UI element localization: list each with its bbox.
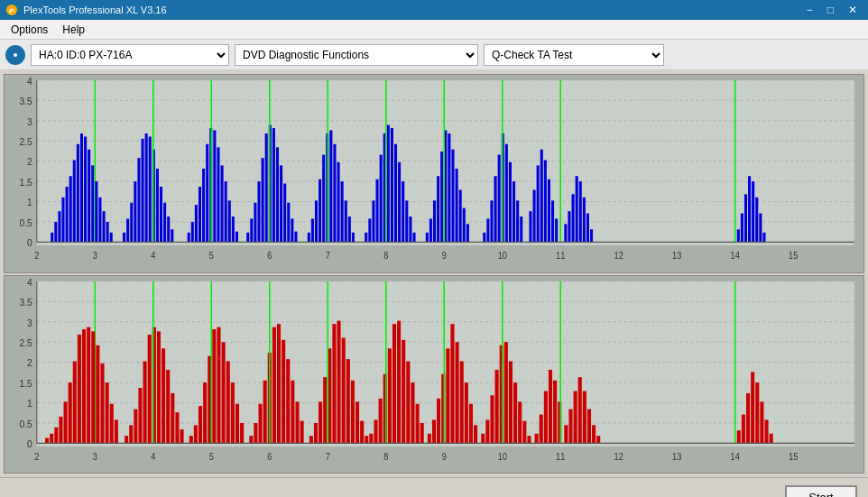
svg-rect-217	[45, 437, 49, 443]
svg-rect-325	[535, 433, 539, 443]
svg-rect-164	[564, 224, 567, 242]
svg-rect-239	[148, 334, 152, 442]
svg-rect-300	[420, 422, 424, 442]
start-button[interactable]: Start	[785, 485, 857, 498]
svg-rect-259	[235, 403, 239, 443]
svg-rect-165	[568, 211, 570, 242]
svg-rect-290	[379, 398, 383, 443]
svg-rect-139	[456, 169, 458, 242]
svg-text:15: 15	[789, 251, 799, 262]
svg-text:1: 1	[27, 397, 32, 409]
svg-rect-242	[157, 331, 161, 443]
svg-rect-133	[437, 176, 439, 242]
svg-rect-296	[402, 339, 405, 443]
charts-area: 4 3.5 3 2.5 2 1.5 1 0.5 0 2 3 4 5 6 7 8 …	[0, 70, 868, 477]
svg-rect-84	[232, 216, 235, 242]
maximize-button[interactable]: □	[822, 3, 839, 17]
svg-rect-112	[345, 200, 347, 242]
svg-rect-266	[272, 327, 276, 443]
svg-rect-274	[309, 436, 313, 443]
svg-rect-327	[544, 391, 548, 443]
svg-rect-237	[138, 388, 142, 443]
svg-rect-129	[412, 233, 415, 243]
svg-rect-289	[374, 419, 377, 443]
svg-rect-67	[160, 187, 162, 242]
svg-rect-297	[406, 361, 410, 443]
minimize-button[interactable]: −	[801, 3, 818, 17]
svg-rect-138	[451, 150, 454, 243]
svg-text:2: 2	[27, 356, 32, 368]
svg-rect-51	[95, 181, 97, 242]
title-text: PlexTools Professional XL V3.16	[23, 5, 167, 15]
svg-rect-98	[287, 203, 290, 243]
svg-text:3: 3	[93, 451, 98, 462]
close-button[interactable]: ✕	[843, 3, 863, 17]
svg-rect-332	[564, 425, 568, 443]
svg-rect-162	[555, 218, 558, 242]
svg-rect-341	[737, 430, 741, 443]
svg-rect-170	[586, 214, 589, 243]
svg-text:4: 4	[151, 251, 156, 262]
svg-rect-97	[283, 183, 286, 242]
title-controls: − □ ✕	[801, 3, 863, 17]
plextools-icon: P	[5, 4, 18, 16]
svg-rect-270	[286, 359, 290, 443]
svg-rect-231	[106, 382, 109, 443]
svg-text:4: 4	[27, 75, 32, 87]
svg-text:3: 3	[93, 251, 98, 262]
svg-rect-221	[64, 401, 68, 443]
menu-help[interactable]: Help	[55, 22, 92, 38]
svg-rect-246	[175, 412, 179, 443]
svg-rect-326	[540, 414, 543, 443]
svg-rect-320	[509, 361, 512, 443]
svg-rect-66	[156, 169, 159, 242]
svg-rect-303	[437, 398, 440, 443]
svg-rect-273	[300, 420, 304, 443]
svg-rect-308	[456, 342, 459, 443]
svg-rect-219	[54, 427, 58, 443]
svg-rect-316	[495, 369, 499, 442]
svg-rect-321	[513, 382, 517, 443]
drive-select[interactable]: HA:0 ID:0 PX-716A	[31, 44, 229, 66]
svg-rect-160	[548, 179, 550, 243]
svg-text:2.5: 2.5	[19, 336, 32, 348]
svg-rect-146	[494, 176, 497, 242]
svg-text:2: 2	[27, 156, 32, 168]
svg-rect-263	[259, 403, 263, 443]
svg-rect-234	[125, 436, 128, 443]
svg-rect-60	[137, 158, 140, 242]
bottom-chart: 4 3.5 3 2.5 2 1.5 1 0.5 0 2 3 4 5 6 7 8 …	[4, 275, 864, 474]
svg-rect-83	[228, 200, 231, 242]
svg-rect-218	[50, 433, 53, 443]
svg-text:0.5: 0.5	[19, 418, 32, 429]
svg-text:14: 14	[731, 451, 741, 462]
svg-rect-236	[134, 409, 137, 443]
svg-rect-322	[518, 401, 522, 443]
svg-rect-109	[333, 144, 336, 243]
toolbar: HA:0 ID:0 PX-716A DVD Diagnostic Functio…	[0, 40, 868, 70]
title-bar: P PlexTools Professional XL V3.16 − □ ✕	[0, 0, 868, 20]
svg-text:6: 6	[267, 251, 272, 262]
svg-rect-108	[329, 130, 332, 242]
svg-rect-313	[481, 433, 485, 443]
svg-rect-53	[103, 211, 106, 242]
svg-rect-102	[311, 218, 314, 242]
svg-text:1.5: 1.5	[19, 176, 32, 188]
svg-rect-40	[58, 211, 60, 242]
svg-rect-90	[262, 158, 264, 242]
svg-rect-150	[505, 144, 508, 243]
menu-options[interactable]: Options	[4, 22, 55, 38]
test-select[interactable]: Q-Check TA Test	[484, 44, 664, 66]
svg-rect-110	[337, 162, 340, 243]
svg-rect-124	[394, 144, 397, 243]
function-select[interactable]: DVD Diagnostic Functions	[235, 44, 478, 66]
svg-rect-128	[409, 216, 411, 242]
svg-text:2.5: 2.5	[19, 135, 32, 147]
svg-rect-45	[77, 144, 79, 243]
svg-rect-305	[446, 348, 449, 443]
svg-rect-44	[73, 160, 76, 242]
svg-rect-176	[748, 176, 751, 242]
svg-rect-103	[315, 200, 318, 242]
svg-rect-223	[73, 361, 77, 443]
svg-text:4: 4	[151, 451, 156, 462]
